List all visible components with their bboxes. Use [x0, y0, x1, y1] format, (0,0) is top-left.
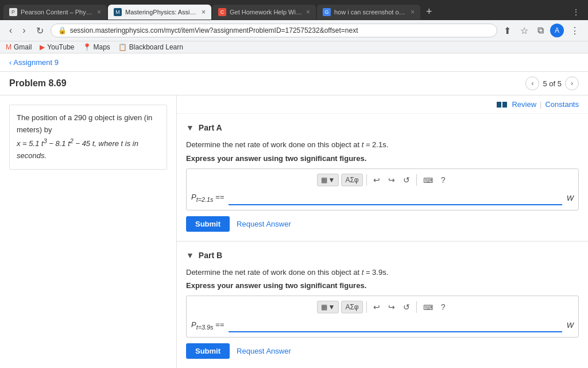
part-a-symbol-button[interactable]: ΑΣφ [341, 174, 362, 186]
part-a-input[interactable] [229, 191, 562, 205]
palette-icon-b: ▦ [321, 303, 327, 311]
tab-close-chegg[interactable]: × [306, 8, 310, 16]
tab-favicon-pearson: P [9, 8, 17, 16]
bookmark-blackboard[interactable]: 📋 Blackboard Learn [118, 43, 183, 51]
palette-dropdown-icon-b: ▼ [328, 303, 335, 311]
part-b-input-label: Pt=3.9s == [191, 320, 224, 331]
tab-favicon-chegg: C [218, 8, 226, 16]
assignment-header: Assignment 9 [0, 53, 588, 72]
part-a-palette-button[interactable]: ▦ ▼ [317, 174, 339, 186]
symbol-label-b: ΑΣφ [345, 303, 358, 311]
part-a-keyboard-button[interactable]: ⌨ [420, 174, 436, 186]
content-area: Review | Constants ▼ Part A Determine th… [177, 95, 588, 368]
part-b-request-link[interactable]: Request Answer [237, 347, 291, 355]
part-a-collapse-button[interactable]: ▼ [186, 123, 194, 132]
part-a-answer-box: ▦ ▼ ΑΣφ ↩ ↪ ↺ ⌨ ? [186, 168, 579, 210]
part-a-unit: W [567, 194, 574, 202]
toolbar-separator-a2 [416, 174, 417, 186]
tab-label-mastering: MasteringPhysics: Assignmen... [125, 9, 198, 16]
next-page-button[interactable]: › [565, 76, 579, 90]
address-text: session.masteringphysics.com/myct/itemVi… [70, 26, 490, 34]
tab-overview-button[interactable]: ⧉ [535, 24, 547, 37]
tab-google[interactable]: G how i can screenshot on macb... × [317, 5, 420, 20]
part-a-undo-button[interactable]: ↩ [370, 174, 383, 186]
tab-pearson[interactable]: P Pearson Content – Physics an... × [3, 5, 107, 20]
part-a-question: Determine the net rate of work done on t… [186, 139, 579, 151]
review-separator: | [540, 100, 541, 109]
part-b-unit: W [567, 321, 574, 329]
part-b-keyboard-button[interactable]: ⌨ [420, 301, 436, 313]
part-a-input-label: Pt=2.1s == [191, 193, 224, 203]
part-b-input-row: Pt=3.9s == W [191, 318, 574, 332]
bookmarks-bar: M Gmail ▶ YouTube 📍 Maps 📋 Blackboard Le… [0, 41, 588, 53]
part-a-action-row: Submit Request Answer [186, 216, 579, 232]
part-b-symbol-button[interactable]: ΑΣφ [341, 301, 362, 313]
part-a-toolbar: ▦ ▼ ΑΣφ ↩ ↪ ↺ ⌨ ? [191, 174, 574, 186]
review-icon [497, 102, 507, 108]
problem-text-line1: The position of a 290 g object is given … [17, 113, 152, 134]
part-b-answer-box: ▦ ▼ ΑΣφ ↩ ↪ ↺ ⌨ ? [186, 296, 579, 338]
part-b-input[interactable] [229, 318, 562, 332]
gmail-icon: M [6, 43, 11, 51]
part-b-submit-button[interactable]: Submit [186, 343, 230, 359]
bookmark-maps[interactable]: 📍 Maps [83, 43, 110, 51]
part-a-redo-button[interactable]: ↪ [385, 174, 398, 186]
main-layout: The position of a 290 g object is given … [0, 95, 588, 368]
tab-mastering[interactable]: M MasteringPhysics: Assignmen... × [108, 5, 211, 20]
pagination: ‹ 5 of 5 › [525, 76, 579, 90]
bookmark-gmail[interactable]: M Gmail [6, 43, 32, 51]
problem-text-line2: x = 5.1 t3 − 8.1 t2 − 45 t, where t is i… [17, 139, 138, 160]
problem-title: Problem 8.69 [9, 78, 67, 89]
menu-button[interactable]: ⋮ [567, 24, 582, 37]
nav-bar: ‹ › ↻ 🔒 session.masteringphysics.com/myc… [0, 20, 588, 41]
prev-page-button[interactable]: ‹ [525, 76, 539, 90]
tab-close-pearson[interactable]: × [97, 8, 101, 16]
forward-button[interactable]: › [19, 24, 29, 37]
part-b-help-button[interactable]: ? [438, 301, 448, 313]
symbol-label: ΑΣφ [345, 176, 358, 184]
tab-chegg[interactable]: C Get Homework Help With Che... × [212, 5, 316, 20]
part-b-question: Determine the net rate of work done on t… [186, 267, 579, 278]
assignment-link[interactable]: Assignment 9 [9, 58, 59, 67]
tab-close-google[interactable]: × [411, 8, 415, 16]
reload-button[interactable]: ↻ [33, 24, 47, 37]
part-a-instruction: Express your answer using two significan… [186, 154, 579, 163]
sidebar: The position of a 290 g object is given … [0, 95, 177, 368]
keyboard-icon: ⌨ [423, 177, 433, 185]
part-a-section: ▼ Part A Determine the net rate of work … [177, 114, 588, 241]
tab-close-mastering[interactable]: × [202, 8, 206, 16]
review-link[interactable]: Review [512, 100, 536, 109]
blackboard-icon: 📋 [118, 43, 127, 51]
tab-favicon-google: G [323, 8, 331, 16]
profile-button[interactable]: A [550, 24, 564, 37]
part-a-reset-button[interactable]: ↺ [400, 174, 413, 186]
bookmark-youtube[interactable]: ▶ YouTube [40, 43, 74, 51]
toolbar-separator-b1 [366, 301, 367, 313]
part-b-action-row: Submit Request Answer [186, 343, 579, 359]
part-b-reset-button[interactable]: ↺ [400, 301, 413, 313]
part-a-input-row: Pt=2.1s == W [191, 191, 574, 205]
constants-link[interactable]: Constants [545, 100, 579, 109]
part-b-collapse-button[interactable]: ▼ [186, 251, 194, 260]
browser-chrome: P Pearson Content – Physics an... × M Ma… [0, 0, 588, 53]
part-a-submit-button[interactable]: Submit [186, 216, 230, 232]
bookmark-button[interactable]: ☆ [517, 24, 531, 37]
part-b-palette-button[interactable]: ▦ ▼ [317, 301, 339, 313]
address-bar[interactable]: 🔒 session.masteringphysics.com/myct/item… [51, 24, 497, 37]
page-wrapper: Assignment 9 Problem 8.69 ‹ 5 of 5 › The… [0, 53, 588, 368]
part-a-help-button[interactable]: ? [438, 174, 448, 186]
tab-favicon-mastering: M [114, 8, 122, 16]
part-a-header: ▼ Part A [186, 123, 579, 132]
new-tab-button[interactable]: + [421, 3, 437, 20]
part-a-request-link[interactable]: Request Answer [237, 220, 291, 228]
share-button[interactable]: ⬆ [501, 24, 514, 37]
part-b-undo-button[interactable]: ↩ [370, 301, 383, 313]
palette-dropdown-icon: ▼ [328, 176, 335, 184]
page-count: 5 of 5 [543, 79, 562, 88]
part-b-title: Part B [199, 251, 222, 260]
tab-bar: P Pearson Content – Physics an... × M Ma… [0, 0, 588, 20]
back-button[interactable]: ‹ [6, 24, 16, 37]
lock-icon: 🔒 [58, 26, 67, 34]
part-b-redo-button[interactable]: ↪ [385, 301, 398, 313]
keyboard-icon-b: ⌨ [423, 304, 433, 312]
